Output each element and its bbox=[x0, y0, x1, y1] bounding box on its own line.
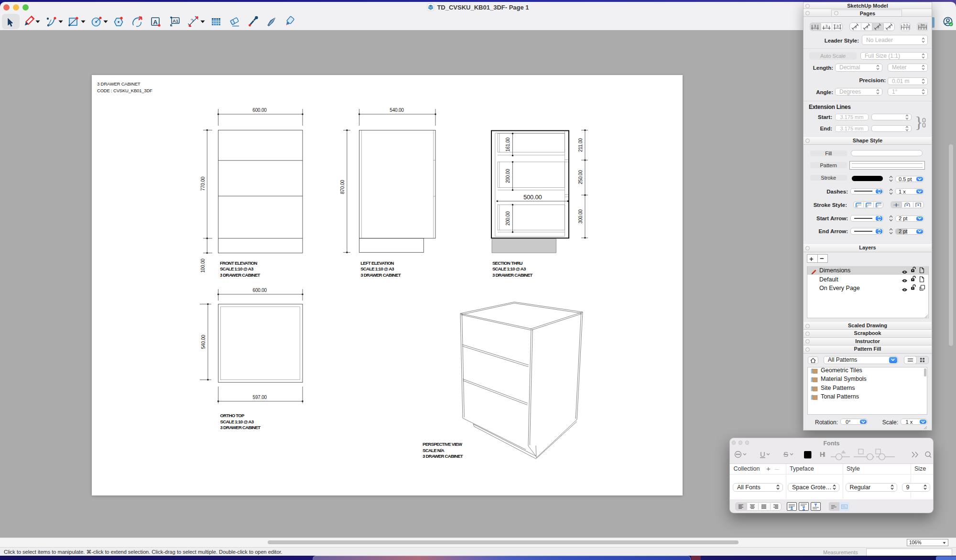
svg-text:SCALE 1:10 @ A3: SCALE 1:10 @ A3 bbox=[492, 266, 526, 271]
svg-text:250.00: 250.00 bbox=[578, 170, 583, 184]
svg-text:3-3: 3-3 bbox=[903, 23, 908, 27]
svg-text:SCALE 1:10 @ A3: SCALE 1:10 @ A3 bbox=[220, 266, 253, 271]
svg-text:H: H bbox=[820, 451, 825, 458]
svg-text:3 DRAWER CABINET: 3 DRAWER CABINET bbox=[220, 272, 261, 278]
svg-text:597.00: 597.00 bbox=[253, 395, 267, 400]
svg-text:870.00: 870.00 bbox=[340, 180, 345, 194]
svg-text:ORTHO TOP: ORTHO TOP bbox=[220, 413, 245, 418]
svg-text:SECTION THRU: SECTION THRU bbox=[492, 260, 523, 266]
svg-text:161.00: 161.00 bbox=[505, 137, 511, 151]
svg-text:3: 3 bbox=[855, 25, 857, 29]
svg-text:A: A bbox=[153, 19, 158, 26]
svg-text:LEFT ELEVATION: LEFT ELEVATION bbox=[360, 260, 394, 266]
svg-text:SCALE 1:10 @ A3: SCALE 1:10 @ A3 bbox=[360, 266, 394, 271]
svg-text:3: 3 bbox=[877, 25, 879, 29]
svg-text:3 DRAWER CABINET: 3 DRAWER CABINET bbox=[97, 81, 141, 86]
svg-text:770.00: 770.00 bbox=[200, 176, 206, 191]
svg-text:3: 3 bbox=[190, 18, 195, 22]
svg-text:600.00: 600.00 bbox=[253, 288, 267, 293]
svg-text:3 DRAWER CABINET: 3 DRAWER CABINET bbox=[360, 272, 401, 278]
svg-text:A1: A1 bbox=[173, 18, 179, 23]
svg-text:3: 3 bbox=[825, 24, 827, 28]
svg-text:540.00: 540.00 bbox=[390, 108, 404, 113]
svg-text:U: U bbox=[760, 450, 765, 458]
svg-text:CODE : CVSKU_KB01_3DF: CODE : CVSKU_KB01_3DF bbox=[97, 88, 152, 93]
svg-text:PERSPECTIVE VIEW: PERSPECTIVE VIEW bbox=[423, 442, 462, 447]
svg-text:3: 3 bbox=[866, 25, 868, 29]
svg-text:3: 3 bbox=[889, 25, 891, 29]
svg-text:3: 3 bbox=[814, 24, 816, 28]
svg-text:100.00: 100.00 bbox=[200, 258, 206, 273]
svg-text:3 DRAWER CABINET: 3 DRAWER CABINET bbox=[423, 453, 463, 459]
svg-text:200.00: 200.00 bbox=[505, 169, 511, 183]
svg-text:SCALE N/A: SCALE N/A bbox=[423, 448, 445, 453]
svg-text:SCALE 1:10 @ A3: SCALE 1:10 @ A3 bbox=[220, 419, 254, 424]
svg-text:200.00: 200.00 bbox=[505, 211, 511, 226]
svg-text:300.00: 300.00 bbox=[578, 209, 583, 224]
svg-text:211.00: 211.00 bbox=[578, 138, 583, 152]
svg-text:540.00: 540.00 bbox=[201, 334, 206, 349]
svg-text:3m: 3m bbox=[920, 23, 925, 27]
svg-text:3: 3 bbox=[836, 24, 838, 28]
svg-text:3 DRAWER CABINET: 3 DRAWER CABINET bbox=[220, 425, 261, 430]
svg-text:FRONT ELEVATION: FRONT ELEVATION bbox=[220, 260, 258, 266]
svg-text:600.00: 600.00 bbox=[252, 108, 267, 113]
svg-text:3 DRAWER CABINET: 3 DRAWER CABINET bbox=[492, 272, 533, 278]
svg-text:S: S bbox=[783, 450, 788, 458]
svg-text:500.00: 500.00 bbox=[523, 194, 542, 201]
